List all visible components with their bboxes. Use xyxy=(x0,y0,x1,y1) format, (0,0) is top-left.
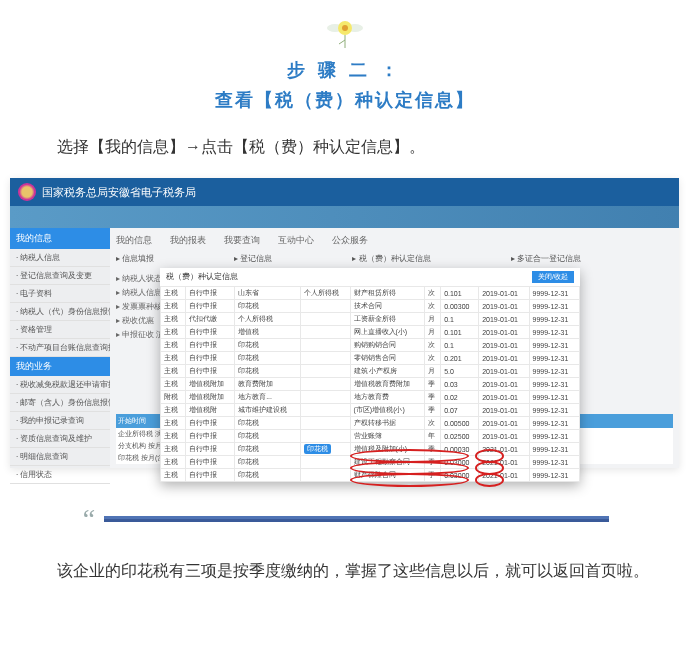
dialog-cell: 自行申报 xyxy=(185,287,234,300)
dialog-cell: 年 xyxy=(424,430,440,443)
dialog-cell: 印花税 xyxy=(235,300,301,313)
dialog-cell: 网上直播收入(小) xyxy=(350,326,424,339)
dialog-cell: 9999-12-31 xyxy=(529,300,579,313)
top-tab[interactable]: 公众服务 xyxy=(332,234,368,247)
sidebar-item[interactable]: · 信用状态 xyxy=(10,466,110,484)
dialog-cell: 主税 xyxy=(161,404,186,417)
dialog-row: 主税自行申报印花税技术合同次0.003002019-01-019999-12-3… xyxy=(161,300,580,313)
dialog-cell: 自行申报 xyxy=(185,443,234,456)
dialog-cell xyxy=(301,417,350,430)
dialog-row: 主税自行申报印花税零销销售合同次0.2012019-01-019999-12-3… xyxy=(161,352,580,365)
dialog-row: 主税自行申报印花税财产保险合同季0.030002021-01-019999-12… xyxy=(161,469,580,482)
dialog-cell: 月 xyxy=(424,313,440,326)
dialog-cell: 0.00300 xyxy=(441,300,479,313)
step-title: 查看【税（费）种认定信息】 xyxy=(0,88,689,112)
dialog-cell: 2021-01-01 xyxy=(479,456,529,469)
dialog-row: 主税自行申报山东省个人所得税财产租赁所得次0.1012019-01-019999… xyxy=(161,287,580,300)
dialog-cell: (市区)增值税(小) xyxy=(350,404,424,417)
dialog-row: 主税自行申报印花税印花税增值税及附加(小)季0.000302021-01-019… xyxy=(161,443,580,456)
section-label: ▸ 税（费）种认定信息 xyxy=(352,253,430,264)
dialog-cell: 自行申报 xyxy=(185,339,234,352)
sidebar-item[interactable]: · 纳税人（代）身份信息报告 xyxy=(10,303,110,321)
dialog-cell: 2019-01-01 xyxy=(479,404,529,417)
sidebar-item[interactable]: · 不动产项目台账信息查询报告 xyxy=(10,339,110,357)
sidebar-item[interactable]: · 资格管理 xyxy=(10,321,110,339)
dialog-cell: 次 xyxy=(424,417,440,430)
sidebar-item[interactable]: · 电子资料 xyxy=(10,285,110,303)
dialog-cell xyxy=(301,300,350,313)
dialog-cell: 印花税 xyxy=(235,469,301,482)
dialog-cell xyxy=(301,430,350,443)
dialog-cell: 增值税教育费附加 xyxy=(350,378,424,391)
top-tab[interactable]: 我的报表 xyxy=(170,234,206,247)
dialog-cell: 印花税 xyxy=(235,443,301,456)
sidebar-item[interactable]: · 登记信息查询及变更 xyxy=(10,267,110,285)
dialog-cell: 自行申报 xyxy=(185,365,234,378)
dialog-cell: 教育费附加 xyxy=(235,378,301,391)
sidebar-item[interactable]: · 纳税人信息 xyxy=(10,249,110,267)
dialog-cell: 产权转移书据 xyxy=(350,417,424,430)
section-label: ▸ 信息填报 xyxy=(116,253,154,264)
dialog-cell: 印花税 xyxy=(235,365,301,378)
tag-badge: 印花税 xyxy=(304,444,331,454)
dialog-cell: 5.0 xyxy=(441,365,479,378)
dialog-cell: 季 xyxy=(424,443,440,456)
dialog-cell: 0.1 xyxy=(441,313,479,326)
top-tab[interactable]: 互动中心 xyxy=(278,234,314,247)
dialog-row: 主税自行申报印花税建筑 小产权房月5.02019-01-019999-12-31 xyxy=(161,365,580,378)
dialog-cell: 印花税 xyxy=(235,339,301,352)
sidebar-item[interactable]: · 资质信息查询及维护 xyxy=(10,430,110,448)
dialog-cell: 财产保险合同 xyxy=(350,469,424,482)
dialog-cell: 主税 xyxy=(161,456,186,469)
dialog-cell: 自行申报 xyxy=(185,430,234,443)
sidebar-item[interactable]: · 明细信息查询 xyxy=(10,448,110,466)
dialog-cell: 2019-01-01 xyxy=(479,300,529,313)
dialog-cell: 次 xyxy=(424,339,440,352)
dialog-close-button[interactable]: 关闭/收起 xyxy=(532,271,574,283)
dialog-cell: 地方教育费 xyxy=(350,391,424,404)
dialog-cell: 工资薪金所得 xyxy=(350,313,424,326)
dialog-cell: 印花税 xyxy=(301,443,350,456)
dialog-cell: 2021-01-01 xyxy=(479,443,529,456)
dialog-cell: 主税 xyxy=(161,300,186,313)
quote-divider: “ xyxy=(80,503,609,535)
dialog-cell: 增值税附 xyxy=(185,404,234,417)
dialog-cell: 月 xyxy=(424,326,440,339)
section-label: ▸ 多证合一登记信息 xyxy=(511,253,581,264)
dialog-row: 主税增值税附加教育费附加增值税教育费附加季0.032019-01-019999-… xyxy=(161,378,580,391)
dialog-cell: 2019-01-01 xyxy=(479,287,529,300)
dialog-cell: 主税 xyxy=(161,430,186,443)
top-tab[interactable]: 我要查询 xyxy=(224,234,260,247)
dialog-row: 主税自行申报印花税建设工程勘察合同季0.030002021-01-019999-… xyxy=(161,456,580,469)
dialog-title: 税（费）种认定信息 xyxy=(166,271,238,283)
dialog-cell xyxy=(301,456,350,469)
dialog-cell: 个人所得税 xyxy=(301,287,350,300)
sidebar-item[interactable]: · 我的申报记录查询 xyxy=(10,412,110,430)
sidebar-title: 我的信息 xyxy=(10,228,110,249)
dialog-cell: 月 xyxy=(424,365,440,378)
sidebar-item[interactable]: · 税收减免税款退还申请审批 xyxy=(10,376,110,394)
quote-icon: “ xyxy=(80,503,96,535)
dialog-cell: 0.02500 xyxy=(441,430,479,443)
dialog-cell: 0.03000 xyxy=(441,456,479,469)
section-label: ▸ 登记信息 xyxy=(234,253,272,264)
dialog-cell: 9999-12-31 xyxy=(529,430,579,443)
dialog-cell: 2019-01-01 xyxy=(479,430,529,443)
dialog-cell: 季 xyxy=(424,469,440,482)
dialog-cell: 2019-01-01 xyxy=(479,417,529,430)
dialog-cell: 山东省 xyxy=(235,287,301,300)
dialog-cell: 0.1 xyxy=(441,339,479,352)
dialog-cell: 地方教育... xyxy=(235,391,301,404)
top-tab[interactable]: 我的信息 xyxy=(116,234,152,247)
flower-icon xyxy=(315,10,375,50)
dialog-cell: 自行申报 xyxy=(185,469,234,482)
dialog-cell: 零销销售合同 xyxy=(350,352,424,365)
dialog-cell: 9999-12-31 xyxy=(529,287,579,300)
dialog-cell: 2019-01-01 xyxy=(479,365,529,378)
dialog-cell: 9999-12-31 xyxy=(529,339,579,352)
dialog-cell: 0.101 xyxy=(441,287,479,300)
dialog-cell: 营业账簿 xyxy=(350,430,424,443)
sidebar-item[interactable]: · 邮寄（含人）身份信息报告 xyxy=(10,394,110,412)
dialog-cell: 自行申报 xyxy=(185,417,234,430)
dialog-cell: 主税 xyxy=(161,313,186,326)
